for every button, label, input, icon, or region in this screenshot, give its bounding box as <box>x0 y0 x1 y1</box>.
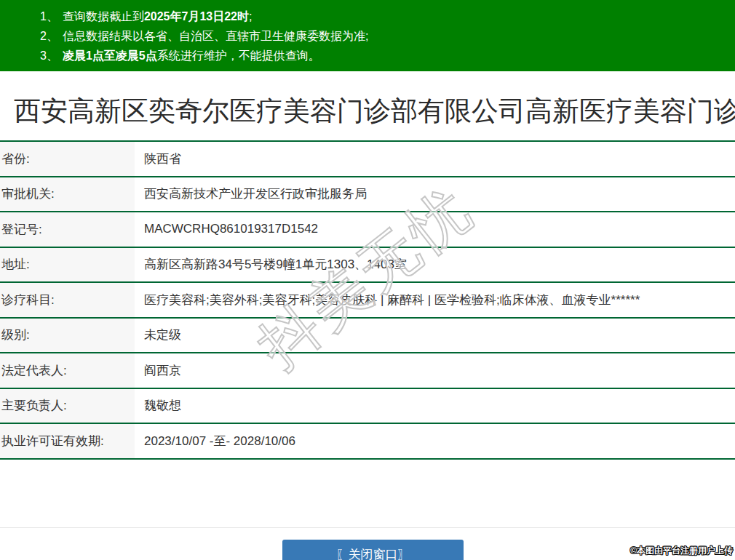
notice-text: 系统进行维护，不能提供查询。 <box>157 49 320 62</box>
notice-number: 3、 <box>40 49 58 62</box>
row-value: 2023/10/07 -至- 2028/10/06 <box>135 424 735 458</box>
notice-text: 查询数据截止到 <box>63 10 144 23</box>
credit-note: ©本图由平台注册用户上传 <box>630 545 733 557</box>
row-value: 魏敬想 <box>135 389 735 423</box>
notice-text-bold: 2025年7月13日22时 <box>144 10 249 23</box>
row-value: MACWCRHQ861019317D1542 <box>135 212 735 247</box>
row-value: 陕西省 <box>135 142 735 176</box>
footer: 〖关闭窗口〗 ©本图由平台注册用户上传 <box>0 527 735 560</box>
info-table: 省份: 陕西省 审批机关: 西安高新技术产业开发区行政审批服务局 登记号: MA… <box>0 140 735 460</box>
notice-banner: 1、查询数据截止到2025年7月13日22时; 2、信息数据结果以各省、自治区、… <box>0 0 735 71</box>
row-label: 地址: <box>0 248 135 282</box>
notice-line-2: 2、信息数据结果以各省、自治区、直辖市卫生健康委数据为准; <box>40 26 728 46</box>
notice-number: 2、 <box>40 30 58 42</box>
notice-text: 信息数据结果以各省、自治区、直辖市卫生健康委数据为准; <box>63 30 368 42</box>
table-row: 主要负责人: 魏敬想 <box>0 388 735 423</box>
row-value: 未定级 <box>135 319 735 353</box>
row-label: 诊疗科目: <box>0 283 135 317</box>
table-row: 诊疗科目: 医疗美容科;美容外科;美容牙科;美容皮肤科 | 麻醉科 | 医学检验… <box>0 281 735 317</box>
table-row: 省份: 陕西省 <box>0 140 735 176</box>
table-row: 执业许可证有效期: 2023/10/07 -至- 2028/10/06 <box>0 423 735 458</box>
table-row: 法定代表人: 阎西京 <box>0 352 735 388</box>
notice-text-bold: 凌晨1点至凌晨5点 <box>63 49 157 62</box>
table-row: 审批机关: 西安高新技术产业开发区行政审批服务局 <box>0 176 735 212</box>
notice-text: ; <box>249 10 252 23</box>
page-title: 西安高新区奕奇尔医疗美容门诊部有限公司高新医疗美容门诊部 <box>0 71 735 140</box>
row-label: 登记号: <box>0 212 135 247</box>
table-row: 地址: 高新区高新路34号5号楼9幢1单元1303、1403室 <box>0 247 735 282</box>
table-row: 登记号: MACWCRHQ861019317D1542 <box>0 211 735 247</box>
row-label: 法定代表人: <box>0 353 135 388</box>
row-value: 医疗美容科;美容外科;美容牙科;美容皮肤科 | 麻醉科 | 医学检验科;临床体液… <box>135 283 735 317</box>
notice-line-3: 3、凌晨1点至凌晨5点系统进行维护，不能提供查询。 <box>40 46 728 65</box>
row-value: 高新区高新路34号5号楼9幢1单元1303、1403室 <box>135 248 735 282</box>
row-label: 审批机关: <box>0 177 135 212</box>
row-label: 级别: <box>0 319 135 353</box>
table-row: 级别: 未定级 <box>0 317 735 353</box>
row-label: 主要负责人: <box>0 389 135 423</box>
row-label: 省份: <box>0 142 135 176</box>
row-value: 西安高新技术产业开发区行政审批服务局 <box>135 177 735 212</box>
row-value: 阎西京 <box>135 353 735 388</box>
notice-number: 1、 <box>40 10 58 23</box>
close-window-button[interactable]: 〖关闭窗口〗 <box>282 540 464 560</box>
notice-line-1: 1、查询数据截止到2025年7月13日22时; <box>40 7 728 26</box>
row-label: 执业许可证有效期: <box>0 424 135 458</box>
